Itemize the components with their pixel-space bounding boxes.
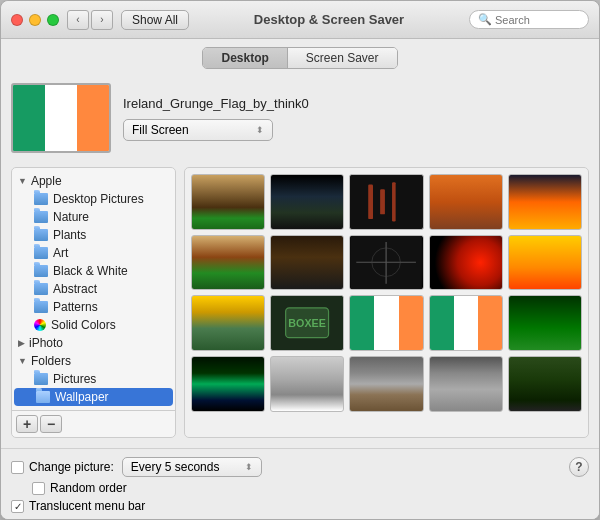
thumb-13[interactable] <box>349 295 423 351</box>
folder-icon <box>34 247 48 259</box>
thumb-10[interactable] <box>508 235 582 291</box>
interval-select[interactable]: Every 5 seconds ⬍ <box>122 457 262 477</box>
thumb-9[interactable] <box>429 235 503 291</box>
sidebar-section-folders[interactable]: ▼ Folders <box>12 352 175 370</box>
thumb-17[interactable] <box>270 356 344 412</box>
thumb-3[interactable] <box>349 174 423 230</box>
iphoto-triangle-icon: ▶ <box>18 338 25 348</box>
sidebar-label-solid-colors: Solid Colors <box>51 318 116 332</box>
maximize-button[interactable] <box>47 14 59 26</box>
sidebar-item-plants[interactable]: Plants <box>12 226 175 244</box>
svg-rect-1 <box>369 185 374 220</box>
sidebar-section-folders-label: Folders <box>31 354 71 368</box>
sidebar-label-plants: Plants <box>53 228 86 242</box>
change-picture-row: Change picture: Every 5 seconds ⬍ ? <box>11 457 589 477</box>
thumb-16[interactable] <box>191 356 265 412</box>
tab-desktop[interactable]: Desktop <box>203 48 287 68</box>
sidebar-section-iphoto-label: iPhoto <box>29 336 63 350</box>
sidebar-label-patterns: Patterns <box>53 300 98 314</box>
folder-icon <box>34 193 48 205</box>
thumb-2[interactable] <box>270 174 344 230</box>
sidebar-label-pictures: Pictures <box>53 372 96 386</box>
sidebar-section-iphoto[interactable]: ▶ iPhoto <box>12 334 175 352</box>
search-input[interactable] <box>495 14 580 26</box>
sidebar-label-nature: Nature <box>53 210 89 224</box>
wallpaper-grid: BOXEE <box>184 167 589 438</box>
sidebar-item-abstract[interactable]: Abstract <box>12 280 175 298</box>
folder-icon <box>36 391 50 403</box>
interval-value: Every 5 seconds <box>131 460 220 474</box>
sidebar-section-apple[interactable]: ▼ Apple <box>12 172 175 190</box>
sidebar-label-abstract: Abstract <box>53 282 97 296</box>
lower-area: ▼ Apple Desktop Pictures Nature Plants <box>11 167 589 438</box>
sidebar-item-nature[interactable]: Nature <box>12 208 175 226</box>
random-order-label: Random order <box>50 481 127 495</box>
sidebar-item-art[interactable]: Art <box>12 244 175 262</box>
sidebar-label-black-white: Black & White <box>53 264 128 278</box>
sidebar-item-solid-colors[interactable]: Solid Colors <box>12 316 175 334</box>
bottom-controls: Change picture: Every 5 seconds ⬍ ? Rand… <box>1 448 599 519</box>
svg-rect-0 <box>351 175 423 229</box>
main-content: Ireland_Grunge_Flag_by_think0 Fill Scree… <box>1 75 599 448</box>
interval-arrow: ⬍ <box>245 462 253 472</box>
folder-icon <box>34 283 48 295</box>
flag-orange <box>77 85 109 151</box>
sidebar-item-desktop-pictures[interactable]: Desktop Pictures <box>12 190 175 208</box>
thumb-grid: BOXEE <box>191 174 582 412</box>
svg-text:BOXEE: BOXEE <box>289 317 327 329</box>
thumb-6[interactable] <box>191 235 265 291</box>
thumb-5[interactable] <box>508 174 582 230</box>
folder-icon <box>34 301 48 313</box>
sidebar-label-desktop-pictures: Desktop Pictures <box>53 192 144 206</box>
forward-button[interactable]: › <box>91 10 113 30</box>
fill-select-arrow: ⬍ <box>256 125 264 135</box>
tab-screen-saver[interactable]: Screen Saver <box>288 48 397 68</box>
thumb-15[interactable] <box>508 295 582 351</box>
random-order-row: Random order <box>11 481 589 495</box>
thumb-8[interactable] <box>349 235 423 291</box>
minimize-button[interactable] <box>29 14 41 26</box>
show-all-button[interactable]: Show All <box>121 10 189 30</box>
thumb-19[interactable] <box>429 356 503 412</box>
flag-green <box>13 85 45 151</box>
thumb-20[interactable] <box>508 356 582 412</box>
thumb-4[interactable] <box>429 174 503 230</box>
thumb-11[interactable] <box>191 295 265 351</box>
thumb-1[interactable] <box>191 174 265 230</box>
fill-option-label: Fill Screen <box>132 123 189 137</box>
tabs-bar: Desktop Screen Saver <box>1 39 599 75</box>
translucent-menu-checkbox[interactable]: ✓ <box>11 500 24 513</box>
sidebar-item-black-white[interactable]: Black & White <box>12 262 175 280</box>
flag-white <box>45 85 77 151</box>
folders-triangle-icon: ▼ <box>18 356 27 366</box>
back-button[interactable]: ‹ <box>67 10 89 30</box>
folder-icon <box>34 373 48 385</box>
nav-buttons: ‹ › <box>67 10 113 30</box>
sidebar-item-wallpaper[interactable]: Wallpaper <box>14 388 173 406</box>
color-dot-icon <box>34 319 46 331</box>
search-box[interactable]: 🔍 <box>469 10 589 29</box>
translucent-menu-row: ✓ Translucent menu bar <box>11 499 589 513</box>
thumb-18[interactable] <box>349 356 423 412</box>
folder-icon <box>34 265 48 277</box>
svg-rect-2 <box>381 189 386 214</box>
remove-source-button[interactable]: − <box>40 415 62 433</box>
add-source-button[interactable]: + <box>16 415 38 433</box>
help-button[interactable]: ? <box>569 457 589 477</box>
random-order-checkbox[interactable] <box>32 482 45 495</box>
traffic-lights <box>11 14 59 26</box>
sidebar-label-wallpaper: Wallpaper <box>55 390 109 404</box>
sidebar-item-patterns[interactable]: Patterns <box>12 298 175 316</box>
change-picture-checkbox[interactable] <box>11 461 24 474</box>
close-button[interactable] <box>11 14 23 26</box>
apple-triangle-icon: ▼ <box>18 176 27 186</box>
thumb-7[interactable] <box>270 235 344 291</box>
svg-rect-3 <box>392 182 396 221</box>
thumb-14[interactable] <box>429 295 503 351</box>
sidebar-item-pictures[interactable]: Pictures <box>12 370 175 388</box>
preview-info: Ireland_Grunge_Flag_by_think0 Fill Scree… <box>123 96 309 141</box>
fill-select[interactable]: Fill Screen ⬍ <box>123 119 273 141</box>
random-order-checkbox-area: Random order <box>32 481 127 495</box>
thumb-12[interactable]: BOXEE <box>270 295 344 351</box>
translucent-menu-checkbox-area: ✓ Translucent menu bar <box>11 499 145 513</box>
